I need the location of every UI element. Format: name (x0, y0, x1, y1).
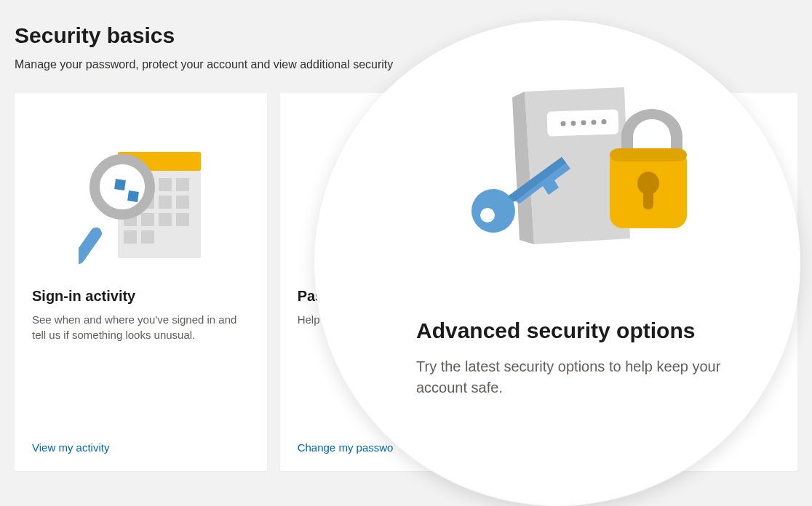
magnified-card-description: Try the latest security options to help … (314, 356, 800, 398)
magnified-card-title: Advanced security options (314, 318, 695, 343)
magnified-view: Advanced security options Try the latest… (314, 20, 800, 506)
svg-rect-15 (141, 230, 154, 244)
svg-point-26 (561, 121, 566, 126)
notebook-key-lock-icon (426, 71, 688, 260)
svg-point-30 (602, 119, 607, 124)
calendar-magnifier-icon (32, 113, 250, 288)
svg-rect-4 (159, 178, 172, 191)
page-title: Security basics (15, 23, 797, 48)
svg-point-28 (581, 120, 586, 125)
card-description: See when and where you've signed in and … (32, 312, 250, 342)
svg-rect-9 (176, 196, 189, 209)
svg-point-27 (571, 121, 576, 126)
svg-rect-12 (159, 213, 172, 226)
svg-rect-5 (176, 178, 189, 191)
svg-rect-11 (141, 213, 154, 226)
svg-rect-17 (114, 179, 126, 190)
svg-point-32 (480, 208, 495, 222)
svg-rect-13 (176, 213, 189, 226)
svg-rect-34 (610, 148, 687, 161)
svg-rect-36 (643, 189, 653, 209)
card-title: Sign-in activity (32, 288, 250, 305)
svg-rect-8 (159, 196, 172, 209)
svg-rect-14 (124, 230, 137, 244)
svg-point-29 (592, 120, 597, 125)
svg-rect-19 (79, 225, 104, 267)
view-activity-link[interactable]: View my activity (32, 441, 250, 454)
card-signin-activity[interactable]: Sign-in activity See when and where you'… (15, 93, 267, 471)
svg-rect-18 (127, 190, 139, 202)
